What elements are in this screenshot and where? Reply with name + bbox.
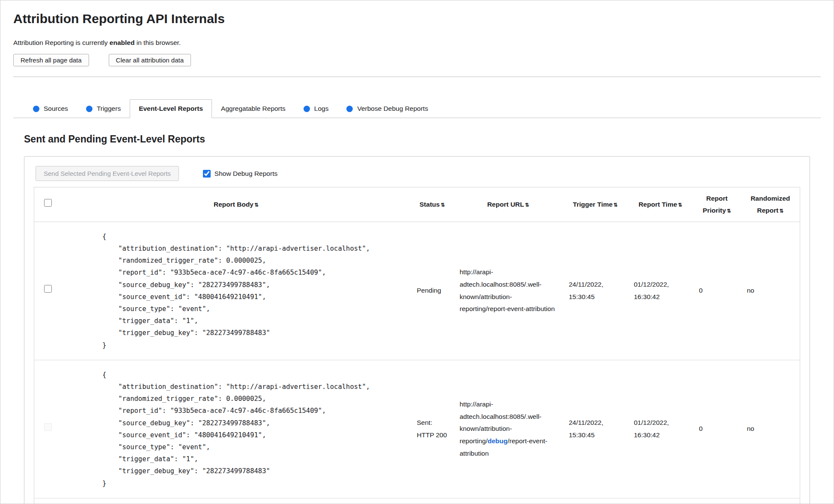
row-checkbox-disabled [44, 423, 52, 431]
status-cell: Sent: HTTP 200 [411, 360, 454, 498]
report-row: { "attribution_destination": "http://ara… [34, 222, 800, 360]
event-level-reports-table: Report Body⇅ Status⇅ Report URL⇅ Trigger… [34, 187, 800, 504]
report-url-text: http://arapi-adtech.localhost:8085/.well… [460, 268, 555, 312]
column-header-report-priority[interactable]: Report Priority⇅ [693, 187, 741, 222]
select-all-checkbox[interactable] [44, 199, 52, 207]
reports-toolbar: Send Selected Pending Event-Level Report… [34, 166, 800, 181]
status-line: Attribution Reporting is currently enabl… [13, 39, 821, 47]
status-enabled-text: enabled [110, 39, 135, 46]
row-select-cell [34, 360, 62, 498]
sort-icon: ⇅ [678, 202, 682, 208]
reports-panel: Send Selected Pending Event-Level Report… [24, 156, 810, 504]
report-body-json: { "attribution_destination": "http://ara… [102, 369, 370, 489]
report-priority-cell: 0 [693, 222, 741, 360]
column-header-randomized-report[interactable]: Randomized Report⇅ [741, 187, 800, 222]
blue-dot-icon [86, 106, 92, 112]
section-heading: Sent and Pending Event-Level Reports [24, 133, 810, 145]
send-selected-pending-reports-button[interactable]: Send Selected Pending Event-Level Report… [36, 166, 179, 181]
tab-sources[interactable]: Sources [24, 99, 77, 118]
sort-icon: ⇅ [254, 202, 259, 208]
column-header-status[interactable]: Status⇅ [411, 187, 454, 222]
tab-label: Event-Level Reports [139, 105, 203, 113]
tab-label: Aggregatable Reports [221, 105, 286, 113]
randomized-report-cell: no [741, 360, 800, 498]
page-toolbar: Refresh all page data Clear all attribut… [13, 54, 821, 66]
column-header-trigger-time[interactable]: Trigger Time⇅ [563, 187, 628, 222]
select-all-header [34, 187, 62, 222]
sort-icon: ⇅ [525, 202, 529, 208]
tab-verbose-debug-reports[interactable]: Verbose Debug Reports [337, 99, 437, 118]
report-body-json: { "attribution_destination": "http://ara… [102, 231, 370, 351]
tab-strip: Sources Triggers Event-Level Reports Agg… [13, 99, 821, 118]
report-priority-cell: 0 [693, 360, 741, 498]
empty-footer-row [34, 498, 800, 504]
refresh-all-page-data-button[interactable]: Refresh all page data [13, 54, 89, 66]
column-header-report-time[interactable]: Report Time⇅ [628, 187, 693, 222]
randomized-report-cell: no [741, 222, 800, 360]
report-url-cell: http://arapi-adtech.localhost:8085/.well… [454, 360, 563, 498]
table-header-row: Report Body⇅ Status⇅ Report URL⇅ Trigger… [34, 187, 800, 222]
sort-icon: ⇅ [727, 208, 731, 214]
clear-all-attribution-data-button[interactable]: Clear all attribution data [109, 54, 191, 66]
tab-logs[interactable]: Logs [295, 99, 338, 118]
tab-label: Verbose Debug Reports [357, 105, 428, 113]
status-text-suffix: in this browser. [134, 39, 181, 46]
empty-footer-cell [34, 498, 800, 504]
tab-label: Triggers [97, 105, 121, 113]
show-debug-reports-toggle[interactable]: Show Debug Reports [203, 170, 277, 178]
divider [13, 77, 821, 77]
sort-icon: ⇅ [614, 202, 618, 208]
debug-url-highlight: debug [488, 437, 508, 445]
show-debug-reports-label: Show Debug Reports [214, 170, 277, 178]
page-title: Attribution Reporting API Internals [13, 12, 821, 26]
tab-triggers[interactable]: Triggers [77, 99, 130, 118]
show-debug-reports-checkbox[interactable] [203, 170, 211, 178]
report-time-cell: 01/12/2022, 16:30:42 [628, 360, 693, 498]
tab-label: Sources [44, 105, 68, 113]
report-url-cell: http://arapi-adtech.localhost:8085/.well… [454, 222, 563, 360]
trigger-time-cell: 24/11/2022, 15:30:45 [563, 222, 628, 360]
tab-event-level-reports[interactable]: Event-Level Reports [130, 99, 212, 118]
report-body-cell: { "attribution_destination": "http://ara… [62, 360, 411, 498]
event-level-reports-panel-content: Sent and Pending Event-Level Reports Sen… [13, 133, 821, 504]
row-checkbox[interactable] [44, 285, 52, 293]
report-row: { "attribution_destination": "http://ara… [34, 360, 800, 498]
sort-icon: ⇅ [441, 202, 445, 208]
sort-icon: ⇅ [779, 208, 783, 214]
report-time-cell: 01/12/2022, 16:30:42 [628, 222, 693, 360]
blue-dot-icon [346, 106, 353, 112]
column-header-report-body[interactable]: Report Body⇅ [62, 187, 411, 222]
blue-dot-icon [33, 106, 39, 112]
column-header-report-url[interactable]: Report URL⇅ [454, 187, 563, 222]
status-cell: Pending [411, 222, 454, 360]
row-select-cell [34, 222, 62, 360]
trigger-time-cell: 24/11/2022, 15:30:45 [563, 360, 628, 498]
blue-dot-icon [304, 106, 310, 112]
tab-label: Logs [314, 105, 329, 113]
attribution-internals-page: Attribution Reporting API Internals Attr… [0, 0, 834, 504]
report-body-cell: { "attribution_destination": "http://ara… [62, 222, 411, 360]
status-text-prefix: Attribution Reporting is currently [13, 39, 110, 46]
tab-aggregatable-reports[interactable]: Aggregatable Reports [212, 99, 295, 118]
